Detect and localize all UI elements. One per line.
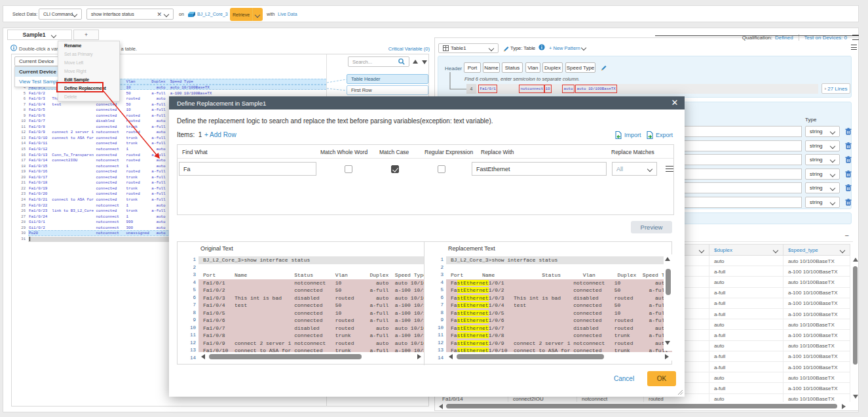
columns-pencil-icon[interactable]	[600, 64, 607, 71]
scrollbar-thumb[interactable]	[446, 404, 837, 408]
command-input[interactable]: show interface status ✕	[86, 9, 174, 20]
variable-type-select[interactable]: string	[805, 140, 840, 151]
clear-icon[interactable]: ✕	[157, 11, 162, 18]
match-case-checkbox[interactable]	[391, 165, 399, 173]
retrieve-split-button[interactable]: Retrieve	[230, 8, 263, 21]
chevron-down-icon[interactable]	[52, 33, 56, 37]
pattern-token[interactable]: auto 10/100BaseTX	[575, 85, 617, 93]
retrieve-dropdown[interactable]	[252, 8, 263, 21]
pattern-token[interactable]: auto	[562, 85, 575, 93]
tag-table-header[interactable]: Table Header	[347, 74, 428, 84]
tab-sample1[interactable]: Sample1	[7, 30, 72, 40]
variable-type-select[interactable]: string	[805, 154, 840, 165]
result-column-speed_type[interactable]: $speed_type	[783, 244, 850, 256]
trash-icon[interactable]	[845, 156, 852, 163]
trash-icon[interactable]	[845, 184, 852, 191]
highlight-red-box	[56, 82, 104, 92]
pattern-token[interactable]: notconnect	[519, 85, 545, 93]
scroll-down-icon[interactable]	[853, 395, 858, 399]
pattern-column-tag[interactable]: Port	[464, 62, 481, 73]
result-v-scrollbar[interactable]	[852, 256, 859, 404]
search-input[interactable]: Search...	[348, 56, 409, 67]
ok-button[interactable]: OK	[647, 371, 676, 386]
pane-v-scrollbar[interactable]	[664, 254, 672, 351]
lines-expander[interactable]: › 27 Lines	[821, 83, 850, 94]
cancel-button[interactable]: Cancel	[614, 375, 634, 382]
tag-first-row[interactable]: First Row	[347, 85, 428, 95]
menu-icon[interactable]	[852, 35, 859, 40]
variable-type-select[interactable]: string	[805, 197, 840, 208]
text-caret	[29, 237, 30, 241]
chevron-down-icon[interactable]	[582, 45, 586, 50]
add-row-link[interactable]: + Add Row	[204, 131, 236, 138]
scroll-right-icon[interactable]	[417, 354, 421, 359]
dialog-header[interactable]: Define Replacement in Sample1 ✕	[169, 96, 685, 109]
regular-expression-checkbox[interactable]	[438, 165, 445, 173]
scroll-up-icon[interactable]	[853, 258, 858, 262]
scroll-right-icon[interactable]	[665, 354, 669, 359]
result-column-duplex[interactable]: $duplex	[709, 244, 783, 256]
search-next-icon[interactable]	[422, 60, 427, 64]
scrollbar-thumb[interactable]	[209, 354, 362, 359]
scroll-left-icon[interactable]	[201, 354, 205, 359]
scroll-right-icon[interactable]	[842, 404, 846, 409]
trash-icon[interactable]	[845, 199, 852, 206]
pattern-column-tag[interactable]: Vlan	[525, 62, 540, 73]
import-button[interactable]: Import	[615, 131, 641, 139]
replace-matches-select[interactable]: All	[612, 162, 657, 176]
trash-icon[interactable]	[845, 142, 852, 149]
scrollbar-thumb[interactable]	[457, 354, 604, 359]
search-prev-icon[interactable]	[413, 60, 418, 64]
pattern-token[interactable]: 10	[544, 85, 552, 93]
pattern-column-tag[interactable]: Duplex	[542, 62, 563, 73]
scroll-down-icon[interactable]	[665, 341, 670, 345]
original-text-pane[interactable]: Original Text 1BJ_L2_Core_3>show interfa…	[178, 242, 425, 365]
scrollbar-thumb[interactable]	[853, 266, 858, 365]
live-data-link[interactable]: Live Data	[278, 12, 297, 16]
pane-h-scrollbar[interactable]	[198, 352, 425, 361]
find-what-input[interactable]: Fa	[179, 162, 316, 176]
close-icon[interactable]: ✕	[670, 98, 679, 108]
pattern-column-tag[interactable]: Name	[483, 62, 500, 73]
replacement-text-pane[interactable]: Replacement Text 1BJ_L2_Core_3>show inte…	[425, 242, 672, 365]
variable-type-select[interactable]: string	[805, 169, 840, 180]
collapse-icon[interactable]: −	[845, 231, 849, 239]
data-type-select[interactable]: CLI Command	[39, 9, 82, 20]
pane-h-scrollbar[interactable]	[446, 352, 672, 361]
tab-add-sample[interactable]: +	[73, 30, 99, 40]
scroll-left-icon[interactable]	[439, 404, 443, 409]
trash-icon[interactable]	[845, 170, 852, 178]
line-text: FastEthernet1/0/1 notconnect 10 auto aut…	[451, 279, 672, 287]
preview-button[interactable]: Preview	[631, 221, 672, 233]
variable-type-select[interactable]: string	[805, 182, 840, 193]
scrollbar-thumb[interactable]	[666, 269, 671, 295]
line-number: 12	[12, 130, 26, 136]
pattern-column-tag[interactable]: Status	[502, 62, 523, 73]
edit-pencil-icon[interactable]	[502, 45, 510, 52]
chevron-down-icon[interactable]	[164, 12, 169, 16]
menu-item-rename[interactable]: Rename	[58, 41, 119, 50]
trash-icon[interactable]	[845, 128, 852, 135]
variable-type-select[interactable]: string	[805, 126, 840, 137]
result-cell: a-100 10/100BaseTX	[783, 288, 850, 298]
device-link[interactable]: BJ_L2_Core_3	[197, 12, 228, 16]
chevron-down-icon	[831, 172, 835, 176]
retrieve-button[interactable]: Retrieve	[230, 8, 252, 21]
replace-with-input[interactable]: FastEthernet	[472, 162, 607, 176]
resize-handle-icon[interactable]	[677, 389, 683, 395]
pattern-token[interactable]: Fa1/0/1	[478, 85, 497, 93]
result-h-scrollbar[interactable]	[438, 402, 852, 410]
col-find-what: Find What	[182, 149, 208, 155]
table1-select[interactable]: Table1	[438, 43, 499, 53]
critical-variable-link[interactable]: Critical Variable (0)	[388, 46, 430, 52]
new-pattern-link[interactable]: + New Pattern	[549, 45, 580, 51]
scroll-up-icon[interactable]	[665, 257, 670, 261]
row-drag-handle-icon[interactable]	[666, 166, 673, 172]
lines-count: 27 Lines	[827, 86, 847, 92]
type-info-icon[interactable]	[538, 44, 545, 50]
match-whole-word-checkbox[interactable]	[345, 165, 352, 173]
scroll-left-icon[interactable]	[449, 354, 453, 359]
export-button[interactable]: Export	[647, 131, 673, 139]
pattern-column-tag[interactable]: Speed Type	[565, 62, 595, 73]
pattern-menu-icon[interactable]	[851, 45, 857, 50]
